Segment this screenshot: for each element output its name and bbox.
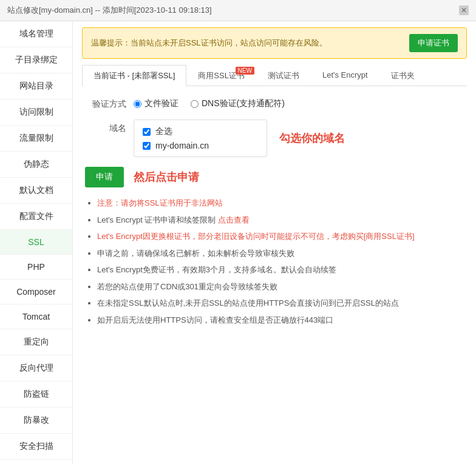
apply-cert-button[interactable]: 申请证书 (409, 34, 458, 52)
notes-list: 注意：请勿将SSL证书用于非法网站 Let's Encrypt 证书申请和续签限… (85, 197, 464, 326)
verify-options: 文件验证 DNS验证(支持通配符) (134, 95, 464, 109)
warning-banner: 温馨提示：当前站点未开启SSL证书访问，站点访问可能存在风险。 申请证书 (82, 27, 467, 59)
note-7-text: 在未指定SSL默认站点时,未开启SSL的站点使用HTTPS会直接访问到已开启SS… (97, 298, 399, 308)
sidebar: 域名管理子目录绑定网站目录访问限制流量限制伪静态默认文档配置文件SSLPHPCo… (0, 21, 73, 464)
sidebar-item-security-scan[interactable]: 安全扫描 (0, 434, 72, 460)
submit-button[interactable]: 申请 (85, 167, 124, 187)
sidebar-item-hotlink[interactable]: 防盗链 (0, 382, 72, 408)
note-2: Let's Encrypt 证书申请和续签限制 点击查看 (97, 214, 464, 226)
sidebar-item-site-log[interactable]: 网站日志 (0, 460, 72, 464)
tab-commercial[interactable]: 商用SSL证书NEW (186, 65, 256, 86)
note-3-text: Let's Encrypt因更换根证书，部分老旧设备访问时可能提示不可信，考虑购… (97, 232, 415, 241)
file-verify-option[interactable]: 文件验证 (134, 98, 178, 109)
dns-verify-option[interactable]: DNS验证(支持通配符) (191, 98, 285, 109)
note-1-text: 注意：请勿将SSL证书用于非法网站 (97, 198, 223, 207)
close-button[interactable]: ✕ (459, 5, 469, 15)
note-4-text: 申请之前，请确保域名已解析，如未解析会导致审核失败 (97, 249, 294, 258)
select-all-label: 全选 (155, 126, 172, 137)
main-window: 站点修改[my-domain.cn] -- 添加时间[2023-10-11 09… (0, 0, 476, 464)
note-8: 如开启后无法使用HTTPS访问，请检查安全组是否正确放行443端口 (97, 314, 464, 326)
domain-hint: 勾选你的域名 (279, 131, 345, 146)
sidebar-item-pseudo-static[interactable]: 伪静态 (0, 152, 72, 178)
note-6: 若您的站点使用了CDN或301重定向会导致续签失败 (97, 281, 464, 293)
sidebar-item-config[interactable]: 配置文件 (0, 204, 72, 230)
note-3-link[interactable]: 商用SSL证书 (365, 232, 412, 241)
sidebar-item-default-doc[interactable]: 默认文档 (0, 178, 72, 204)
note-8-text: 如开启后无法使用HTTPS访问，请检查安全组是否正确放行443端口 (97, 315, 333, 324)
action-row: 申请 然后点击申请 (85, 167, 464, 187)
sidebar-item-composer[interactable]: Composer (0, 280, 72, 304)
sidebar-item-php[interactable]: PHP (0, 255, 72, 280)
domain-value: my-domain.cn (155, 141, 209, 150)
domain-section: 全选 my-domain.cn 勾选你的域名 (134, 119, 464, 157)
domain-row: 域名 全选 my-domain.cn 勾选你的域名 (85, 119, 464, 157)
main-content: 温馨提示：当前站点未开启SSL证书访问，站点访问可能存在风险。 申请证书 当前证… (73, 21, 476, 464)
file-verify-label: 文件验证 (144, 98, 178, 109)
sidebar-item-anti-cc[interactable]: 防暴改 (0, 408, 72, 434)
dns-verify-label: DNS验证(支持通配符) (202, 98, 285, 109)
verify-label: 验证方式 (85, 95, 134, 110)
note-2-prefix: Let's Encrypt 证书申请和续签限制 (97, 215, 218, 224)
warning-text: 温馨提示：当前站点未开启SSL证书访问，站点访问可能存在风险。 (91, 38, 327, 49)
tab-current[interactable]: 当前证书 - [未部署SSL] (82, 65, 186, 86)
sidebar-item-reverse-proxy[interactable]: 反向代理 (0, 355, 72, 382)
domain-label: 域名 (85, 119, 134, 134)
tab-content: 验证方式 文件验证 DNS验证(支持通配符) 域名 (73, 86, 476, 340)
dns-verify-radio[interactable] (191, 100, 199, 108)
sidebar-item-webdir[interactable]: 网站目录 (0, 73, 72, 99)
sidebar-item-access[interactable]: 访问限制 (0, 99, 72, 126)
note-7: 在未指定SSL默认站点时,未开启SSL的站点使用HTTPS会直接访问到已开启SS… (97, 297, 464, 309)
select-all-checkbox[interactable] (143, 128, 151, 136)
sidebar-item-domain[interactable]: 域名管理 (0, 21, 72, 47)
domain-item-row: my-domain.cn (143, 141, 258, 150)
file-verify-radio[interactable] (134, 100, 141, 108)
window-title: 站点修改[my-domain.cn] -- 添加时间[2023-10-11 09… (7, 5, 212, 16)
tab-certfolder[interactable]: 证书夹 (379, 65, 426, 86)
domain-select-all-row: 全选 (143, 126, 258, 137)
note-6-text: 若您的站点使用了CDN或301重定向会导致续签失败 (97, 282, 277, 291)
sidebar-item-redirect[interactable]: 重定向 (0, 329, 72, 355)
tab-test[interactable]: 测试证书 (256, 65, 311, 86)
note-4: 申请之前，请确保域名已解析，如未解析会导致审核失败 (97, 247, 464, 260)
note-5: Let's Encrypt免费证书，有效期3个月，支持多域名。默认会自动续签 (97, 264, 464, 276)
note-2-link[interactable]: 点击查看 (218, 215, 250, 224)
domain-checkbox[interactable] (143, 142, 151, 150)
content-area: 域名管理子目录绑定网站目录访问限制流量限制伪静态默认文档配置文件SSLPHPCo… (0, 21, 476, 464)
title-bar: 站点修改[my-domain.cn] -- 添加时间[2023-10-11 09… (0, 0, 476, 21)
sidebar-item-traffic[interactable]: 流量限制 (0, 126, 72, 152)
tab-badge-commercial: NEW (236, 67, 254, 75)
note-5-text: Let's Encrypt免费证书，有效期3个月，支持多域名。默认会自动续签 (97, 265, 336, 274)
note-1: 注意：请勿将SSL证书用于非法网站 (97, 197, 464, 209)
tab-bar: 当前证书 - [未部署SSL]商用SSL证书NEW测试证书Let's Encry… (82, 65, 467, 86)
sidebar-item-subdir[interactable]: 子目录绑定 (0, 47, 72, 73)
domain-box: 全选 my-domain.cn (134, 119, 267, 157)
submit-hint: 然后点击申请 (134, 170, 199, 184)
note-3: Let's Encrypt因更换根证书，部分老旧设备访问时可能提示不可信，考虑购… (97, 230, 464, 243)
sidebar-item-tomcat[interactable]: Tomcat (0, 304, 72, 329)
tab-letsencrypt[interactable]: Let's Encrypt (311, 65, 379, 86)
sidebar-item-ssl[interactable]: SSL (0, 230, 72, 255)
verify-method-row: 验证方式 文件验证 DNS验证(支持通配符) (85, 95, 464, 110)
